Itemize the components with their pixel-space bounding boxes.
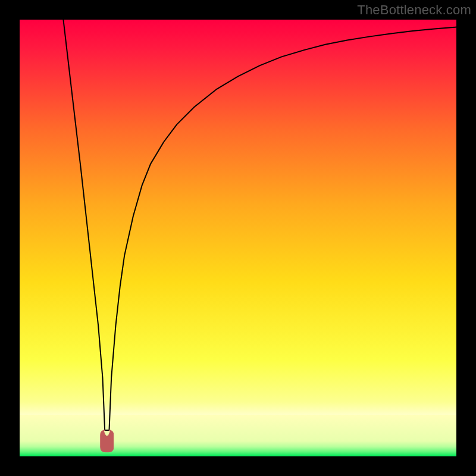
chart-svg bbox=[20, 20, 456, 456]
watermark-label: TheBottleneck.com bbox=[357, 2, 471, 18]
chart-container: TheBottleneck.com bbox=[0, 0, 476, 476]
plot-area bbox=[20, 20, 456, 456]
gradient-background bbox=[20, 20, 456, 456]
